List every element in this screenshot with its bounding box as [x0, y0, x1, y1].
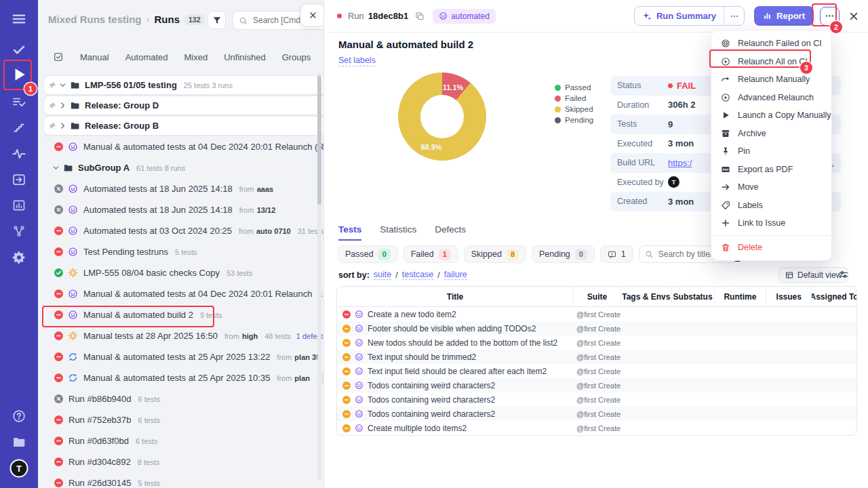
column-header-suite[interactable]: Suite: [573, 287, 620, 306]
sort-link-suite[interactable]: suite: [374, 270, 391, 280]
sidebar-gear-icon[interactable]: [12, 251, 26, 265]
detail-close-icon[interactable]: [848, 11, 859, 22]
column-header-title[interactable]: Title: [337, 287, 573, 306]
chevron-right-icon[interactable]: [58, 101, 67, 110]
run-row[interactable]: Run #752eb37b6 tests: [38, 409, 324, 430]
run-row[interactable]: Manual & automated tests at 04 Dec 2024 …: [38, 283, 324, 304]
tab-tests[interactable]: Tests: [338, 224, 361, 241]
runs-group-row[interactable]: Release: Group B: [43, 116, 324, 136]
menu-item-pin[interactable]: Pin: [711, 142, 831, 161]
runs-panel-close-button[interactable]: [301, 5, 324, 26]
menu-item-move[interactable]: Move: [711, 178, 831, 197]
chip-pending[interactable]: Pending0: [532, 245, 595, 263]
menu-item-advanced-relaunch[interactable]: Advanced Relaunch: [711, 89, 831, 107]
copy-icon[interactable]: [415, 12, 425, 21]
run-row[interactable]: Manual & automated tests at 25 Apr 2025 …: [38, 346, 324, 367]
runs-scrollbar-thumb[interactable]: [317, 76, 321, 205]
sidebar-menu-icon[interactable]: [12, 12, 27, 27]
select-all-icon[interactable]: [53, 52, 64, 62]
test-row[interactable]: New todos should be added to the bottom …: [337, 336, 856, 350]
run-row[interactable]: Run #b86b940d6 tests: [38, 388, 324, 409]
sidebar-folder-icon[interactable]: [12, 435, 26, 449]
run-row[interactable]: Manual & automated build 29 tests: [38, 304, 324, 325]
test-title: Todos containing weird characters2: [368, 381, 495, 390]
menu-item-archive[interactable]: Archive: [711, 125, 831, 143]
chevron-down-icon[interactable]: [58, 81, 67, 89]
sidebar-chart-icon[interactable]: [12, 199, 26, 212]
run-row[interactable]: LMP-555 08/04 basic checks Copy53 tests: [38, 262, 324, 283]
column-header-runtime[interactable]: Runtime: [714, 287, 766, 306]
chip-passed[interactable]: Passed0: [338, 245, 398, 263]
build-url-link[interactable]: https:/: [668, 158, 692, 168]
chip-skipped[interactable]: Skipped8: [464, 245, 526, 263]
sidebar-pulse-icon[interactable]: [12, 147, 26, 161]
run-row[interactable]: Run #0d63f0bd6 tests: [38, 430, 324, 451]
runs-group-row[interactable]: LMP-556 01/05 testing25 tests 3 runs: [43, 75, 324, 95]
sort-link-testcase[interactable]: testcase: [402, 270, 434, 280]
sidebar-list-check-icon[interactable]: [12, 95, 26, 109]
menu-item-link-to-issue[interactable]: Link to Issue: [711, 214, 831, 232]
menu-item-export-as-pdf[interactable]: PDFExport as PDF: [711, 161, 831, 179]
column-header-issues[interactable]: Issues: [766, 287, 811, 306]
run-row[interactable]: Automated tests at 18 Jun 2025 14:18from…: [38, 178, 324, 199]
sidebar-check-icon[interactable]: [12, 43, 26, 57]
runs-group-row[interactable]: Release: Group D: [43, 96, 324, 115]
runs-tab-groups[interactable]: Groups: [282, 52, 311, 62]
tab-defects[interactable]: Defects: [435, 224, 466, 241]
filter-button[interactable]: [208, 11, 226, 29]
column-header-tags-envs[interactable]: Tags & Envs: [620, 287, 671, 306]
chip-failed[interactable]: Failed1: [403, 245, 458, 263]
test-row[interactable]: Create a new todo item2@first Create ...: [337, 307, 856, 321]
run-row[interactable]: Automated tests at 03 Oct 2024 20:25from…: [38, 220, 324, 241]
test-row[interactable]: Todos containing weird characters2@first…: [337, 407, 856, 421]
menu-item-launch-a-copy-manually[interactable]: Launch a Copy Manually: [711, 106, 831, 125]
sort-link-failure[interactable]: failure: [444, 270, 467, 280]
test-row[interactable]: Todos containing weird characters2@first…: [337, 378, 856, 392]
run-summary-more-button[interactable]: [724, 7, 744, 25]
column-header-assigned-to[interactable]: Assigned To: [811, 287, 856, 306]
menu-item-relaunch-manually[interactable]: Relaunch Manually: [711, 70, 831, 89]
run-row[interactable]: Test Pending testruns5 tests: [38, 241, 324, 262]
curve-arrow-icon: [721, 75, 730, 84]
run-more-actions-button[interactable]: [820, 7, 840, 26]
test-row[interactable]: Footer should be visible when adding TOD…: [337, 321, 856, 336]
runs-tab-automated[interactable]: Automated: [125, 52, 168, 62]
fail-dot-icon: [668, 83, 673, 88]
run-row[interactable]: Manual tests at 28 Apr 2025 16:50fromhig…: [38, 325, 324, 346]
breadcrumb-runs[interactable]: Runs: [155, 14, 180, 25]
breadcrumb-project[interactable]: Mixed Runs testing: [48, 14, 142, 25]
chevron-right-icon[interactable]: [58, 121, 67, 130]
run-row[interactable]: Run #26d301455 tests: [38, 472, 324, 488]
test-row[interactable]: Text input should be trimmed2@first Crea…: [337, 350, 856, 364]
set-labels-link[interactable]: Set labels: [338, 56, 376, 66]
menu-item-labels[interactable]: Labels: [711, 197, 831, 215]
sidebar-play-icon[interactable]: [10, 66, 28, 83]
runs-tab-unfinished[interactable]: Unfinished: [224, 52, 265, 62]
column-header-substatus[interactable]: Substatus: [671, 287, 714, 306]
run-summary-button[interactable]: Run Summary: [635, 11, 724, 21]
test-row[interactable]: Todos containing weird characters2@first…: [337, 392, 856, 407]
runs-tab-mixed[interactable]: Mixed: [184, 52, 208, 62]
comments-chip[interactable]: 1: [600, 245, 633, 263]
runs-group-row[interactable]: SubGroup A61 tests 8 runs: [38, 157, 324, 178]
report-button[interactable]: Report: [754, 6, 814, 26]
runs-tab-manual[interactable]: Manual: [80, 52, 109, 62]
menu-item-relaunch-all-on-ci[interactable]: Relaunch All on CI: [711, 53, 831, 71]
sidebar-user-avatar[interactable]: T: [10, 460, 28, 478]
run-row[interactable]: Manual & automated tests at 25 Apr 2025 …: [38, 367, 324, 388]
menu-item-relaunch-failed-on-ci[interactable]: Relaunch Failed on CI: [711, 35, 831, 53]
sidebar-stairs-icon[interactable]: [12, 121, 26, 134]
tab-statistics[interactable]: Statistics: [380, 224, 416, 241]
run-row[interactable]: Run #d304c8928 tests: [38, 451, 324, 472]
sidebar-branch-icon[interactable]: [12, 224, 26, 238]
run-row[interactable]: Manual & automated tests at 04 Dec 2024 …: [38, 136, 324, 157]
menu-item-delete[interactable]: Delete: [711, 239, 831, 257]
sidebar-help-icon[interactable]: [12, 409, 26, 424]
column-settings-icon[interactable]: [838, 269, 849, 280]
test-row[interactable]: Text input field should be cleared after…: [337, 364, 856, 378]
chevron-down-icon[interactable]: [52, 163, 60, 172]
test-row[interactable]: Create multiple todo items2@first Create…: [337, 421, 856, 435]
runs-scrollbar[interactable]: [317, 73, 321, 480]
sidebar-login-icon[interactable]: [12, 173, 26, 187]
run-row[interactable]: Automated tests at 18 Jun 2025 14:18from…: [38, 199, 324, 220]
